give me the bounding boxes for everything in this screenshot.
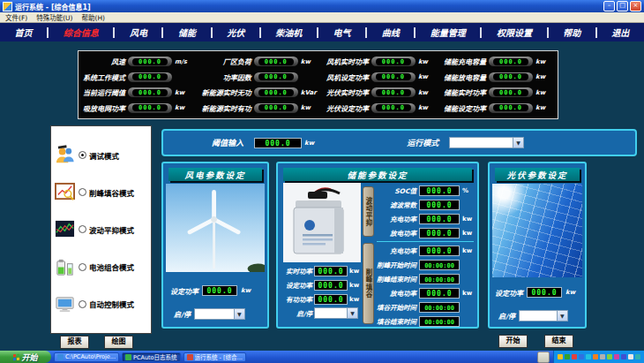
wind-set-power-input[interactable]: 000.0 bbox=[202, 285, 237, 296]
wind-start-stop-dropdown[interactable]: ▼ bbox=[194, 308, 245, 320]
menu-special[interactable]: 特殊功能(U) bbox=[36, 12, 72, 22]
metric-wind-setpoint: 风机设定功率000.0kw bbox=[318, 70, 436, 86]
filter-constant-input[interactable]: 000.0 bbox=[419, 200, 460, 210]
led-display: 000.0 bbox=[371, 103, 416, 113]
radio-selected[interactable] bbox=[79, 151, 86, 159]
taskbar-task-explorer[interactable]: C:\PCAuto\Proje... bbox=[54, 352, 119, 362]
nav-item-electric[interactable]: 电气 bbox=[333, 26, 351, 39]
taskbar-task-log-system[interactable]: PCAuto日志系统 bbox=[122, 352, 181, 362]
start-button[interactable]: 开始 bbox=[498, 335, 528, 348]
nav-item-overview[interactable]: 综合信息 bbox=[64, 26, 99, 39]
discharge-power-input[interactable]: 000.0 bbox=[419, 288, 460, 299]
metric-storage-discharge-cap: 储能放电容量000.0kw bbox=[436, 70, 553, 86]
row-label: 充电功率 bbox=[377, 246, 416, 255]
menu-help[interactable]: 帮助(H) bbox=[82, 12, 106, 22]
charge-power-input[interactable]: 000.0 bbox=[419, 214, 460, 224]
solar-array-icon bbox=[492, 184, 582, 277]
tray-icon[interactable] bbox=[607, 354, 612, 359]
metric-unit: kw bbox=[418, 89, 436, 96]
led-display: 000.0 bbox=[371, 87, 416, 97]
nav-item-storage[interactable]: 储能 bbox=[178, 26, 196, 39]
metric-unit: kw bbox=[175, 104, 192, 111]
led-display: 000.0 bbox=[128, 57, 172, 66]
task-icon bbox=[125, 354, 131, 360]
metric-label: 系统工作模式 bbox=[83, 72, 125, 82]
valley-start-time-input[interactable]: 00:00:00 bbox=[419, 302, 460, 313]
windows-logo-icon bbox=[13, 353, 19, 360]
peak-end-time-input[interactable]: 00:00:00 bbox=[419, 274, 460, 284]
led-display: 000.0 bbox=[489, 87, 533, 97]
tray-icon[interactable] bbox=[621, 354, 626, 359]
radio-unselected[interactable] bbox=[79, 263, 86, 271]
app-icon bbox=[3, 2, 12, 11]
storage-active-power-row: 有功功率 000.0 kw bbox=[283, 293, 363, 305]
radio-unselected[interactable] bbox=[79, 188, 86, 196]
tray-icon[interactable] bbox=[579, 354, 584, 359]
valley-end-time-input[interactable]: 00:00:00 bbox=[419, 316, 460, 327]
mode-option-debug[interactable]: 调试模式 bbox=[54, 145, 148, 165]
battery-image bbox=[283, 183, 361, 262]
nav-item-diesel[interactable]: 柴油机 bbox=[275, 26, 302, 39]
nav-item-exit[interactable]: 退出 bbox=[611, 26, 629, 39]
mode-option-battery-combination[interactable]: 电池组合模式 bbox=[54, 257, 148, 277]
metric-label: 光伏实时功率 bbox=[318, 87, 369, 97]
row-label: 填谷开始时间 bbox=[377, 302, 416, 312]
soc-display: 000.0 bbox=[419, 185, 460, 196]
nav-item-curves[interactable]: 曲线 bbox=[382, 26, 400, 39]
peak-start-time-input[interactable]: 00:00:00 bbox=[419, 260, 460, 270]
peak-valley-group: 充电功率000.0kw 削峰开始时间00:00:00 削峰结束时间00:00:0… bbox=[377, 245, 474, 327]
menu-file[interactable]: 文件(F) bbox=[5, 12, 27, 22]
radio-unselected[interactable] bbox=[79, 225, 86, 233]
close-icon[interactable]: × bbox=[630, 1, 641, 11]
led-display: 000.0 bbox=[371, 57, 416, 66]
tray-icon[interactable] bbox=[558, 354, 563, 359]
end-button[interactable]: 结束 bbox=[544, 335, 573, 348]
start-menu-button[interactable]: 开始 bbox=[0, 351, 51, 363]
solar-start-stop-dropdown[interactable]: ▼ bbox=[519, 310, 568, 321]
nav-item-energy-mgmt[interactable]: 能量管理 bbox=[431, 26, 466, 39]
discharge-power-input[interactable]: 000.0 bbox=[419, 228, 460, 238]
storage-start-stop-dropdown[interactable]: ▼ bbox=[314, 307, 358, 319]
nav-item-permissions[interactable]: 权限设置 bbox=[497, 26, 532, 39]
taskbar-task-run-system[interactable]: 运行系统 - [综合... bbox=[183, 352, 246, 362]
report-button[interactable]: 报表 bbox=[60, 336, 89, 349]
chevron-down-icon: ▼ bbox=[234, 309, 244, 319]
threshold-input[interactable]: 000.0 bbox=[254, 138, 302, 148]
charge-power-input[interactable]: 000.0 bbox=[419, 246, 460, 256]
taskbar: 开始 C:\PCAuto\Proje... PCAuto日志系统 运行系统 - … bbox=[0, 351, 644, 363]
tray-icon[interactable] bbox=[565, 354, 570, 359]
solar-set-power-input[interactable]: 000.0 bbox=[527, 287, 562, 298]
metric-label: 新能源实时有功 bbox=[192, 103, 251, 113]
valley-end-time-row: 填谷结束时间00:00:00 bbox=[377, 315, 474, 327]
minimize-icon[interactable]: – bbox=[603, 1, 615, 11]
tray-icon[interactable] bbox=[628, 354, 633, 359]
run-mode-dropdown[interactable]: ▼ bbox=[449, 137, 524, 148]
nav-item-solar[interactable]: 光伏 bbox=[227, 26, 244, 39]
tray-icon[interactable] bbox=[614, 354, 619, 359]
show-desktop-button[interactable] bbox=[537, 352, 550, 363]
dropdown-value bbox=[520, 311, 557, 321]
storage-setpoint-input[interactable]: 000.0 bbox=[314, 280, 348, 291]
radio-unselected[interactable] bbox=[79, 300, 86, 308]
tray-icon[interactable] bbox=[572, 354, 577, 359]
tray-icon[interactable] bbox=[593, 354, 598, 359]
nav-item-help[interactable]: 帮助 bbox=[563, 26, 580, 39]
maximize-icon[interactable]: □ bbox=[617, 1, 628, 11]
mode-sidebar: 调试模式 削峰填谷模式 波动平抑模式 电池组合模式 自动控制模式 bbox=[50, 125, 152, 334]
tray-icon[interactable] bbox=[635, 354, 640, 359]
solar-array-image bbox=[492, 184, 582, 277]
led-display: 000.0 bbox=[128, 87, 172, 97]
draw-button[interactable]: 绘图 bbox=[104, 336, 133, 349]
metric-plant-load: 厂区负荷000.0kw bbox=[192, 54, 318, 70]
tray-icon[interactable] bbox=[600, 354, 605, 359]
set-power-unit: kw bbox=[241, 287, 251, 294]
mode-option-auto-control[interactable]: 自动控制模式 bbox=[54, 294, 148, 314]
tray-icon[interactable] bbox=[586, 354, 591, 359]
users-icon bbox=[54, 145, 76, 165]
nav-item-home[interactable]: 首页 bbox=[15, 26, 33, 39]
app-window: 运行系统 - [综合信息1] – □ × 文件(F) 特殊功能(U) 帮助(H)… bbox=[0, 0, 644, 363]
mode-option-peak-shaving[interactable]: 削峰填谷模式 bbox=[54, 182, 148, 202]
nav-item-wind[interactable]: 风电 bbox=[130, 26, 147, 39]
dark-chart-icon bbox=[54, 219, 76, 239]
mode-option-fluctuation-smoothing[interactable]: 波动平抑模式 bbox=[54, 219, 148, 239]
